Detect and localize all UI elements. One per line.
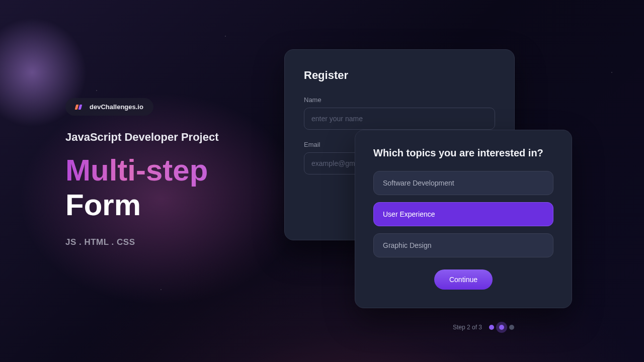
topic-option-design[interactable]: Graphic Design — [373, 233, 553, 257]
project-title: Multi-step Form — [65, 153, 218, 222]
topics-heading: Which topics you are interested in? — [373, 147, 553, 159]
brand-icon — [75, 104, 85, 110]
name-input[interactable] — [304, 108, 495, 130]
step-indicator: Step 2 of 3 — [453, 324, 514, 331]
step-dot-1 — [489, 325, 494, 330]
step-dots — [489, 325, 514, 330]
brand-badge: devChallenges.io — [65, 98, 153, 116]
step-dot-3 — [509, 325, 514, 330]
topic-option-software[interactable]: Software Development — [373, 171, 553, 195]
register-heading: Register — [304, 69, 495, 82]
title-line-2: Form — [65, 188, 141, 222]
step-label: Step 2 of 3 — [453, 324, 482, 331]
step-dot-2 — [499, 325, 504, 330]
continue-button[interactable]: Continue — [434, 269, 493, 290]
title-line-1: Multi-step — [65, 153, 208, 187]
name-label: Name — [304, 96, 495, 104]
hero-text-block: devChallenges.io JavaScript Developer Pr… — [65, 98, 218, 247]
topics-card: Which topics you are interested in? Soft… — [355, 130, 572, 308]
brand-text: devChallenges.io — [90, 103, 143, 111]
tech-stack: JS . HTML . CSS — [65, 237, 218, 247]
name-field-group: Name — [304, 96, 495, 130]
topic-option-ux[interactable]: User Experience — [373, 202, 553, 226]
project-subtitle: JavaScript Developer Project — [65, 131, 218, 144]
